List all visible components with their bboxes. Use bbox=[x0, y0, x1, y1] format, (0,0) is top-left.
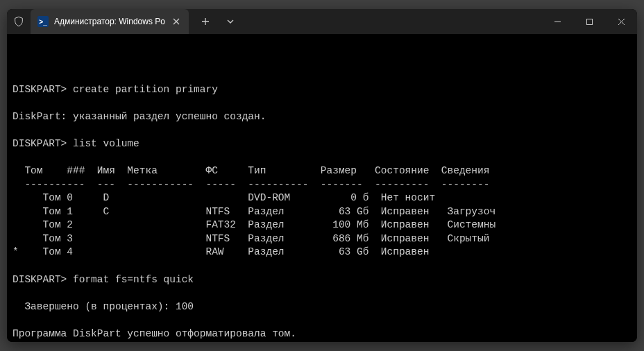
new-tab-button[interactable] bbox=[194, 12, 217, 31]
shield-icon bbox=[7, 16, 31, 27]
terminal-window: >_ Администратор: Windows Po bbox=[7, 9, 637, 342]
close-icon[interactable] bbox=[171, 16, 182, 27]
close-button[interactable] bbox=[605, 9, 637, 34]
tabbar-actions bbox=[189, 12, 242, 31]
dropdown-button[interactable] bbox=[219, 12, 242, 31]
maximize-button[interactable] bbox=[573, 9, 605, 34]
minimize-button[interactable] bbox=[541, 9, 573, 34]
terminal-output[interactable]: DISKPART> create partition primary DiskP… bbox=[7, 34, 637, 342]
svg-rect-0 bbox=[586, 19, 592, 24]
powershell-icon: >_ bbox=[37, 16, 49, 27]
titlebar: >_ Администратор: Windows Po bbox=[7, 9, 637, 34]
tab-active[interactable]: >_ Администратор: Windows Po bbox=[31, 9, 189, 34]
window-controls bbox=[541, 9, 637, 34]
tab-title: Администратор: Windows Po bbox=[54, 17, 165, 26]
